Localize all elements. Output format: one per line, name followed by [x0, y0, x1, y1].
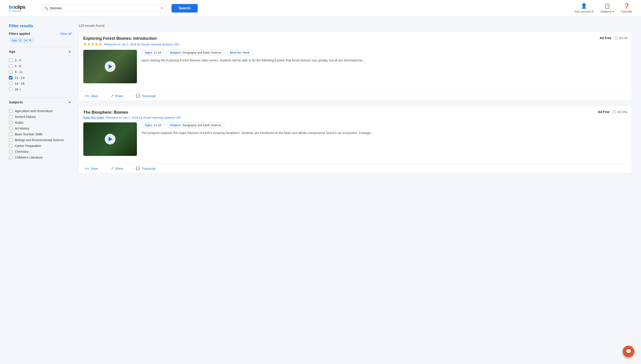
- video-details-2: Ages: 11-18 Subject: Geography and Earth…: [142, 122, 628, 156]
- nav-items: 👤 Your account ▾ 📋 Subjects ▾ ❓ Tutorial…: [574, 3, 632, 13]
- age-checkbox-14-16[interactable]: [9, 82, 12, 85]
- subject-checkbox-arabic[interactable]: [9, 121, 12, 124]
- subject-label-biology: Biology and Environmental Science: [15, 138, 64, 142]
- logo-area: boclips for teachers: [9, 4, 36, 12]
- nav-subjects-label: Subjects: [600, 10, 612, 13]
- subject-option-ancient-history[interactable]: Ancient History: [9, 114, 72, 120]
- age-option-14-16[interactable]: 14 - 16: [9, 80, 72, 86]
- age-checkbox-16plus[interactable]: [9, 88, 12, 91]
- subject-label-chemistry: Chemistry: [15, 150, 29, 154]
- video-card-1-inner: Exploring Forest Biomes: Introduction Ad…: [79, 32, 632, 88]
- remove-filter-icon[interactable]: ✕: [29, 39, 31, 42]
- video-card-1: Exploring Forest Biomes: Introduction Ad…: [78, 32, 632, 101]
- video-body-2: Ages: 11-18 Subject: Geography and Earth…: [83, 122, 628, 156]
- subjects-section-header[interactable]: Subjects ▲: [9, 98, 72, 106]
- age-options: 3 - 5 5 - 9 9 - 11 11 - 14 14 - 16: [9, 56, 72, 94]
- subject-label-art-history: Art History: [15, 126, 29, 130]
- subject-option-chemistry[interactable]: Chemistry: [9, 149, 72, 154]
- age-checkbox-3-5[interactable]: [9, 58, 12, 62]
- results-count: 129 results found: [78, 24, 632, 28]
- nav-tutorials-label: Tutorials: [621, 10, 632, 13]
- tag-ages-2: Ages: 11-18: [142, 122, 164, 128]
- subjects-icon: 📋: [604, 3, 610, 9]
- subject-label-career: Career Preparation: [15, 144, 41, 148]
- subject-checkbox-chemistry[interactable]: [9, 150, 12, 154]
- video-rating-row-2: Rate this video Released on Jan 1, 2018 …: [83, 116, 628, 119]
- subject-checkbox-art-history[interactable]: [9, 126, 12, 130]
- age-option-5-9[interactable]: 5 - 9: [9, 63, 72, 69]
- play-button-1[interactable]: [105, 61, 116, 72]
- search-icon: 🔍: [44, 6, 48, 10]
- tag-row-1: Ages: 11-18 Subject: Geography and Earth…: [142, 50, 628, 56]
- transcript-icon-2: 💬: [136, 166, 140, 170]
- subjects-filter-section: Subjects ▲ Agriculture and Horticulture …: [9, 98, 72, 162]
- release-info-1: Released on Jan 1, 2018 by Visual Learni…: [104, 43, 180, 46]
- age-section-header[interactable]: Age ▲: [9, 47, 72, 56]
- age-label-3-5: 3 - 5: [15, 58, 21, 62]
- nav-tutorials[interactable]: ❓ Tutorials: [621, 3, 632, 13]
- account-chevron-icon: ▾: [592, 10, 594, 13]
- clear-search-icon[interactable]: ✕: [160, 6, 163, 10]
- duration-value-2: 1m 15s: [617, 110, 628, 114]
- age-filter-section: Age ▲ 3 - 5 5 - 9 9 - 11 11 - 1: [9, 47, 72, 94]
- tag-subject-1: Subject: Geography and Earth Science: [166, 50, 224, 56]
- nav-your-account-label: Your account: [574, 10, 591, 13]
- subject-checkbox-childrens-lit[interactable]: [9, 156, 12, 159]
- video-thumbnail-1[interactable]: [83, 50, 137, 83]
- filter-results-title: Filter results: [9, 24, 72, 28]
- subject-checkbox-biology[interactable]: [9, 138, 12, 142]
- share-icon-1: ↗: [110, 94, 114, 98]
- subject-option-arabic[interactable]: Arabic: [9, 120, 72, 126]
- age-option-16plus[interactable]: 16 +: [9, 86, 72, 92]
- clock-icon-2: 🕐: [612, 110, 616, 114]
- subject-checkbox-career[interactable]: [9, 144, 12, 148]
- age-option-11-14[interactable]: 11 - 14: [9, 75, 72, 80]
- search-input[interactable]: [50, 6, 158, 10]
- nav-subjects[interactable]: 📋 Subjects ▾: [600, 3, 614, 13]
- play-button-2[interactable]: [105, 134, 116, 144]
- logo: boclips: [9, 4, 26, 10]
- subject-option-agriculture[interactable]: Agriculture and Horticulture: [9, 108, 72, 114]
- age-label-9-11: 9 - 11: [15, 70, 23, 74]
- subject-checkbox-agriculture[interactable]: [9, 109, 12, 113]
- duration-2: 🕐 1m 15s: [612, 110, 628, 114]
- save-button-2[interactable]: ≡+ Save: [79, 164, 104, 173]
- subject-option-art-history[interactable]: Art History: [9, 126, 72, 131]
- release-info-2: Released on Jan 1, 2018 by Visual Learni…: [106, 116, 181, 119]
- video-body-1: Ages: 11-18 Subject: Geography and Earth…: [83, 50, 628, 83]
- age-option-3-5[interactable]: 3 - 5: [9, 58, 72, 63]
- age-option-9-11[interactable]: 9 - 11: [9, 69, 72, 75]
- nav-your-account[interactable]: 👤 Your account ▾: [574, 3, 593, 13]
- video-thumbnail-2[interactable]: [83, 122, 137, 156]
- transcript-button-1[interactable]: 💬 Transcript: [130, 91, 162, 101]
- filters-applied-label: Filters applied: [9, 32, 30, 36]
- save-button-1[interactable]: ≡+ Save: [79, 91, 104, 101]
- subject-option-biology[interactable]: Biology and Environmental Science: [9, 137, 72, 143]
- video-actions-1: ≡+ Save ↗ Share 💬 Transcript: [79, 91, 632, 101]
- subject-label-ancient-history: Ancient History: [15, 115, 36, 118]
- subject-option-career[interactable]: Career Preparation: [9, 143, 72, 149]
- search-button[interactable]: Search: [172, 4, 198, 12]
- filters-applied-row: Filters applied Clear all: [9, 32, 72, 36]
- video-card-2: The Biosphere: Biomes Ad Free 🕐 1m 15s R…: [78, 106, 632, 174]
- subject-checkbox-basic-number[interactable]: [9, 132, 12, 136]
- age-checkbox-9-11[interactable]: [9, 70, 12, 74]
- age-checkbox-11-14[interactable]: [9, 76, 12, 80]
- age-checkbox-5-9[interactable]: [9, 64, 12, 68]
- active-filter-label: Age: 11 - 14: [12, 39, 28, 42]
- save-icon-1: ≡+: [85, 94, 89, 98]
- age-chevron-icon: ▲: [68, 49, 72, 53]
- video-rating-row-1: ★★★★★ Released on Jan 1, 2018 by Visual …: [83, 42, 628, 47]
- age-label-16plus: 16 +: [15, 88, 21, 91]
- share-button-1[interactable]: ↗ Share: [104, 91, 130, 101]
- transcript-button-2[interactable]: 💬 Transcript: [130, 164, 162, 173]
- subject-option-basic-number[interactable]: Basic Number Skills: [9, 131, 72, 137]
- account-icon: 👤: [581, 3, 587, 9]
- subject-checkbox-ancient-history[interactable]: [9, 115, 12, 118]
- subject-option-childrens-lit[interactable]: Children's Literature: [9, 154, 72, 160]
- clear-all-button[interactable]: Clear all: [60, 32, 72, 36]
- share-button-2[interactable]: ↗ Share: [104, 164, 130, 173]
- save-label-2: Save: [91, 167, 98, 170]
- share-icon-2: ↗: [110, 166, 114, 170]
- rate-this-video-link[interactable]: Rate this video: [83, 116, 104, 119]
